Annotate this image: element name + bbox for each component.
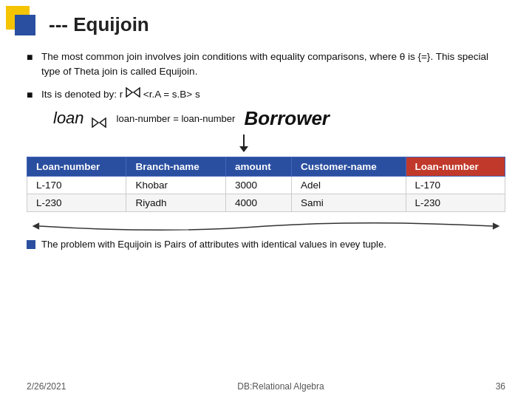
- footer-center: DB:Relational Algebra: [237, 381, 324, 392]
- cell-loan2-1: L-170: [406, 176, 505, 194]
- bullet-1-dot: ■: [27, 50, 38, 65]
- bullet-1-text: The most common join involves join condi…: [41, 50, 505, 80]
- cell-branch-2: Riyadh: [126, 194, 225, 211]
- cell-amount-1: 3000: [225, 176, 291, 194]
- cell-loan-1: L-170: [27, 176, 126, 194]
- table-row: L-230 Riyadh 4000 Sami L-230: [27, 194, 505, 211]
- svg-marker-6: [33, 222, 40, 230]
- table-header-row: Loan-number Branch-name amount Customer-…: [27, 157, 505, 176]
- square-bullet-icon: [27, 240, 35, 249]
- cell-amount-2: 4000: [225, 194, 291, 211]
- col-loan-number: Loan-number: [27, 157, 126, 176]
- svg-marker-1: [134, 88, 140, 97]
- svg-marker-7: [493, 222, 500, 230]
- bottom-bullet: The problem with Equijoin is Pairs of at…: [27, 239, 505, 250]
- slide-title: --- Equijoin: [49, 13, 505, 36]
- svg-marker-2: [92, 118, 98, 127]
- col-customer-name: Customer-name: [292, 157, 406, 176]
- formula-condition: loan-number = loan-number: [117, 113, 236, 124]
- col-branch-name: Branch-name: [126, 157, 225, 176]
- join-formula: loan loan-number = loan-number Borrower: [53, 107, 505, 130]
- col-amount: amount: [225, 157, 291, 176]
- result-table: Loan-number Branch-name amount Customer-…: [27, 157, 505, 212]
- equijoin-table: Loan-number Branch-name amount Customer-…: [27, 157, 505, 212]
- cell-branch-1: Khobar: [126, 176, 225, 194]
- formula-borrower: Borrower: [244, 107, 330, 130]
- bottom-arrow: [27, 219, 505, 233]
- svg-marker-3: [100, 118, 106, 127]
- table-row: L-170 Khobar 3000 Adel L-170: [27, 176, 505, 194]
- cell-loan2-2: L-230: [406, 194, 505, 211]
- svg-marker-0: [126, 88, 132, 97]
- bottom-bullet-text: The problem with Equijoin is Pairs of at…: [41, 239, 386, 250]
- bullet-2: ■ Its is denoted by: r <r.A = s.B> s: [27, 87, 505, 103]
- bullet-1: ■ The most common join involves join con…: [27, 50, 505, 80]
- cell-customer-1: Adel: [292, 176, 406, 194]
- cell-loan-2: L-230: [27, 194, 126, 211]
- svg-marker-5: [239, 146, 248, 152]
- cell-customer-2: Sami: [292, 194, 406, 211]
- formula-loan: loan: [53, 109, 84, 128]
- col-loan-number-2: Loan-number: [406, 157, 505, 176]
- bullet-2-text: Its is denoted by: r <r.A = s.B> s: [41, 87, 200, 102]
- footer-date: 2/26/2021: [27, 381, 66, 392]
- slide-footer: 2/26/2021 DB:Relational Algebra 36: [27, 381, 505, 392]
- bullet-2-dot: ■: [27, 87, 38, 103]
- bowtie-formula-icon: [92, 113, 106, 123]
- down-arrow: [0, 133, 505, 154]
- footer-page: 36: [496, 381, 505, 392]
- bowtie-icon: [126, 87, 140, 98]
- slide-container: --- Equijoin ■ The most common join invo…: [0, 0, 532, 399]
